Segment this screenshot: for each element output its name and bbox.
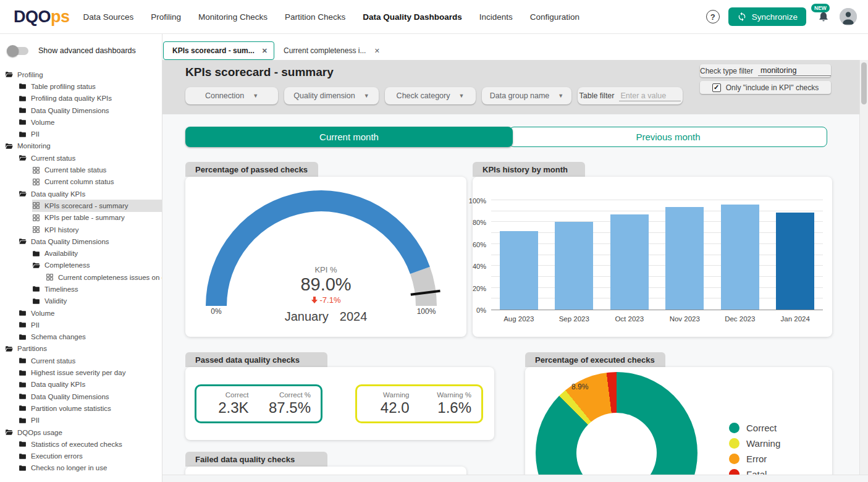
check-type-filter-value[interactable]: monitoring (758, 66, 831, 76)
bar-series (491, 201, 823, 310)
sidebar-item-data-quality-dimensions[interactable]: Data Quality Dimensions (0, 104, 162, 116)
bar-jan-2024[interactable] (776, 213, 814, 310)
sidebar-item-label: Current column status (44, 178, 114, 185)
sidebar-item-validity[interactable]: Validity (0, 295, 162, 307)
legend-item-fatal[interactable]: Fatal (729, 469, 780, 475)
sidebar-item-label: Profiling (17, 71, 43, 78)
sidebar-item-volume[interactable]: Volume (0, 307, 162, 319)
sidebar-item-kpis-scorecard-summary[interactable]: KPIs scorecard - summary (0, 200, 162, 211)
filter-header: KPIs scorecard - summary Connection▼Qual… (162, 60, 868, 114)
sidebar-item-data-quality-kpis[interactable]: Data quality KPIs (0, 379, 162, 391)
sidebar-item-pii[interactable]: PII (0, 128, 162, 140)
tab-current-month[interactable]: Current month (185, 127, 513, 147)
stat-label: Warning % (419, 391, 472, 399)
sidebar-item-data-quality-dimensions[interactable]: Data Quality Dimensions (0, 235, 162, 247)
sidebar-item-data-quality-kpis[interactable]: Data quality KPIs (0, 188, 162, 200)
passed-checks-card: Correct2.3KCorrect %87.5%Warning42.0Warn… (185, 367, 494, 440)
user-avatar[interactable] (840, 8, 857, 25)
nav-item-data-sources[interactable]: Data Sources (83, 12, 134, 22)
sidebar-item-pii[interactable]: PII (0, 319, 162, 331)
sidebar-item-completeness[interactable]: Completeness (0, 260, 162, 271)
nav-item-partition-checks[interactable]: Partition Checks (285, 12, 345, 22)
sidebar-item-partition-volume-statistics[interactable]: Partition volume statistics (0, 402, 162, 414)
tree-indent (0, 93, 19, 104)
sidebar-item-timeliness[interactable]: Timeliness (0, 283, 162, 295)
help-icon[interactable]: ? (706, 10, 720, 23)
sidebar-item-checks-no-longer-in-use[interactable]: Checks no longer in use (0, 462, 162, 474)
scrollbar-thumb[interactable] (861, 62, 867, 104)
stat-value: 1.6% (419, 399, 472, 416)
sidebar-item-pii[interactable]: PII (0, 415, 162, 426)
filter-dropdown-connection[interactable]: Connection▼ (185, 87, 278, 104)
sidebar-item-profiling[interactable]: Profiling (0, 69, 162, 80)
sidebar-item-statistics-of-executed-checks[interactable]: Statistics of executed checks (0, 438, 162, 450)
folder-icon (19, 440, 27, 449)
bar-sep-2023[interactable] (555, 222, 593, 310)
nav-item-data-quality-dashboards[interactable]: Data Quality Dashboards (363, 12, 462, 22)
sidebar-item-current-column-status[interactable]: Current column status (0, 176, 162, 188)
sidebar-item-data-quality-dimensions[interactable]: Data Quality Dimensions (0, 391, 162, 402)
tab-previous-month[interactable]: Previous month (509, 127, 827, 147)
filter-dropdown-data-group-name[interactable]: Data group name▼ (482, 87, 571, 104)
folder-open-icon (5, 344, 14, 353)
tab-current-completeness-i[interactable]: Current completeness i...✕ (275, 41, 386, 60)
sidebar-item-current-status[interactable]: Current status (0, 152, 162, 164)
notifications-bell[interactable]: NEW (817, 9, 831, 24)
bar-dec-2023[interactable] (721, 205, 759, 310)
sidebar-item-label: Schema changes (31, 333, 86, 340)
sidebar-item-table-profiling-status[interactable]: Table profiling status (0, 80, 162, 92)
legend-item-error[interactable]: Error (729, 454, 780, 464)
advanced-dashboards-toggle[interactable] (9, 47, 28, 55)
folder-open-icon (5, 428, 14, 437)
sidebar-item-dqops-usage[interactable]: DQOps usage (0, 426, 162, 438)
sidebar-item-kpi-history[interactable]: KPI history (0, 224, 162, 235)
sidebar-item-label: Monitoring (17, 142, 51, 150)
legend-color-dot (729, 469, 739, 475)
filter-label: Data group name (490, 91, 550, 100)
legend-item-correct[interactable]: Correct (729, 423, 780, 433)
filter-dropdown-check-category[interactable]: Check category▼ (385, 87, 476, 104)
vertical-scrollbar[interactable] (859, 60, 868, 475)
sidebar-item-highest-issue-severity-per-day[interactable]: Highest issue severity per day (0, 366, 162, 378)
sidebar-item-execution-errors[interactable]: Execution errors (0, 450, 162, 462)
kpi-checkbox[interactable]: ✓ (712, 83, 721, 92)
tab-kpis-scorecard-sum[interactable]: KPIs scorecard - sum...✕ (163, 41, 274, 60)
nav-item-incidents[interactable]: Incidents (479, 12, 513, 22)
sidebar-item-kpis-per-table-summary[interactable]: KPIs per table - summary (0, 212, 162, 224)
nav-item-configuration[interactable]: Configuration (530, 12, 579, 22)
y-axis-label: 60% (473, 241, 486, 248)
bar-oct-2023[interactable] (610, 214, 649, 310)
sidebar-item-volume[interactable]: Volume (0, 116, 162, 128)
sidebar-item-label: Statistics of executed checks (31, 441, 122, 448)
tree-item-content: Availability (32, 247, 162, 259)
horizontal-scrollbar[interactable] (162, 475, 868, 482)
sidebar-item-current-table-status[interactable]: Current table status (0, 164, 162, 175)
sidebar-item-partitions[interactable]: Partitions (0, 343, 162, 355)
synchronize-button[interactable]: Synchronize (728, 7, 806, 26)
bar-aug-2023[interactable] (500, 231, 538, 310)
bar-nov-2023[interactable] (665, 207, 704, 310)
close-icon[interactable]: ✕ (257, 47, 268, 55)
x-axis-label: Jan 2024 (768, 315, 824, 323)
bar-slot (602, 201, 657, 310)
tree-indent (0, 355, 19, 366)
sidebar-item-label: Volume (31, 310, 54, 317)
nav-item-monitoring-checks[interactable]: Monitoring Checks (198, 12, 268, 22)
stat-metric-correct: Correct2.3K (196, 391, 259, 416)
sidebar-item-current-completeness-issues-on-colu[interactable]: Current completeness issues on colu (0, 271, 162, 283)
sidebar-item-monitoring[interactable]: Monitoring (0, 140, 162, 152)
filter-dropdown-quality-dimension[interactable]: Quality dimension▼ (284, 87, 379, 104)
tree-indent (0, 402, 19, 414)
sidebar-item-schema-changes[interactable]: Schema changes (0, 331, 162, 343)
legend-color-dot (729, 438, 739, 449)
legend-item-warning[interactable]: Warning (729, 438, 780, 449)
sidebar: Show advanced dashboards ProfilingTable … (0, 34, 162, 482)
dqops-logo[interactable]: DQOps (14, 7, 70, 27)
sidebar-item-current-status[interactable]: Current status (0, 355, 162, 366)
nav-item-profiling[interactable]: Profiling (151, 12, 181, 22)
sidebar-item-availability[interactable]: Availability (0, 247, 162, 259)
table-filter-input[interactable] (619, 91, 681, 101)
close-icon[interactable]: ✕ (369, 47, 380, 55)
sidebar-item-label: Profiling data quality KPIs (31, 95, 112, 102)
sidebar-item-profiling-data-quality-kpis[interactable]: Profiling data quality KPIs (0, 93, 162, 104)
